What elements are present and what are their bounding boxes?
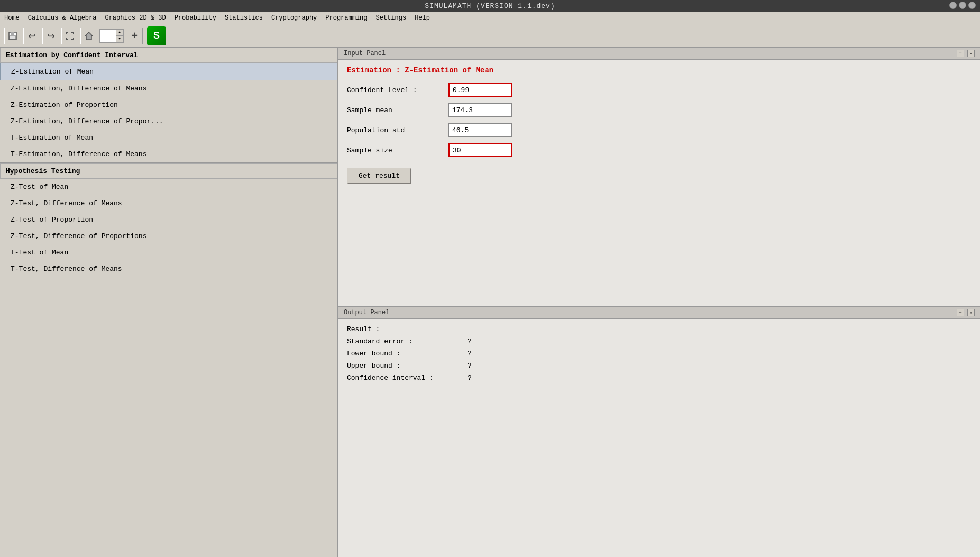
app-title: SIMULAMATH (VERSION 1.1.dev) <box>425 2 555 10</box>
close-button[interactable] <box>968 2 976 9</box>
title-bar: SIMULAMATH (VERSION 1.1.dev) <box>0 0 980 12</box>
confident-level-input[interactable] <box>448 83 512 97</box>
estimation-item-z-diff-proportion[interactable]: Z-Estimation, Difference of Propor... <box>0 113 337 130</box>
estimation-item-z-proportion[interactable]: Z-Estimation of Proportion <box>0 97 337 113</box>
hypothesis-item-z-test-diff-proportions[interactable]: Z-Test, Difference of Proportions <box>0 228 337 244</box>
confidence-interval-value: ? <box>468 374 472 382</box>
estimation-item-t-diff-means[interactable]: T-Estimation, Difference of Means <box>0 146 337 162</box>
home-toolbar-button[interactable] <box>80 28 97 44</box>
confidence-interval-label: Confidence interval : <box>347 374 463 382</box>
svg-rect-1 <box>11 32 14 35</box>
svg-rect-2 <box>10 36 16 39</box>
page-number-field[interactable]: 3 <box>100 30 116 42</box>
menu-calculus[interactable]: Calculus & Algebra <box>28 14 97 22</box>
input-panel-minimize[interactable]: − <box>957 50 964 57</box>
sample-mean-input[interactable] <box>448 103 512 117</box>
estimation-type-title: Estimation : Z-Estimation of Mean <box>347 66 972 75</box>
upper-bound-row: Upper bound : ? <box>347 362 972 370</box>
save-button[interactable] <box>4 28 21 44</box>
result-row: Result : <box>347 325 972 333</box>
menu-bar: Home Calculus & Algebra Graphics 2D & 3D… <box>0 12 980 24</box>
toolbar: ↩ ↪ 3 ▲ ▼ + S <box>0 24 980 48</box>
minimize-button[interactable] <box>949 2 957 9</box>
main-content: Estimation by Confident Interval Z-Estim… <box>0 48 980 557</box>
menu-probability[interactable]: Probability <box>175 14 216 22</box>
menu-cryptography[interactable]: Cryptography <box>271 14 317 22</box>
page-number-up[interactable]: ▲ <box>116 30 123 36</box>
menu-graphics[interactable]: Graphics 2D & 3D <box>105 14 166 22</box>
get-result-button[interactable]: Get result <box>347 168 411 184</box>
estimation-item-z-diff-means[interactable]: Z-Estimation, Difference of Means <box>0 80 337 97</box>
output-panel-content: Result : Standard error : ? Lower bound … <box>338 319 980 392</box>
input-panel-title: Input Panel <box>344 50 386 57</box>
confident-level-label: Confident Level : <box>347 86 442 94</box>
population-std-row: Population std <box>347 123 972 137</box>
hypothesis-item-z-test-mean[interactable]: Z-Test of Mean <box>0 179 337 195</box>
sample-size-row: Sample size <box>347 143 972 157</box>
sample-size-input[interactable] <box>448 143 512 157</box>
page-number-arrows: ▲ ▼ <box>116 30 123 42</box>
population-std-input[interactable] <box>448 123 512 137</box>
page-number-down[interactable]: ▼ <box>116 36 123 42</box>
menu-help[interactable]: Help <box>415 14 430 22</box>
page-number-input: 3 ▲ ▼ <box>99 29 124 43</box>
input-panel-titlebar: Input Panel − ✕ <box>338 48 980 60</box>
app-icon: S <box>147 26 166 45</box>
input-panel-content: Estimation : Z-Estimation of Mean Confid… <box>338 60 980 190</box>
estimation-section: Estimation by Confident Interval Z-Estim… <box>0 48 337 163</box>
output-panel-titlebar: Output Panel − ✕ <box>338 307 980 319</box>
standard-error-label: Standard error : <box>347 337 463 345</box>
undo-button[interactable]: ↩ <box>23 28 40 44</box>
fit-button[interactable] <box>61 28 78 44</box>
hypothesis-item-t-test-diff-means[interactable]: T-Test, Difference of Means <box>0 261 337 277</box>
population-std-label: Population std <box>347 126 442 134</box>
input-panel-controls: − ✕ <box>957 50 975 57</box>
hypothesis-item-t-test-mean[interactable]: T-Test of Mean <box>0 244 337 261</box>
result-label: Result : <box>347 325 463 333</box>
output-panel-title: Output Panel <box>344 309 389 316</box>
menu-programming[interactable]: Programming <box>325 14 367 22</box>
output-panel-minimize[interactable]: − <box>957 309 964 316</box>
input-panel-close[interactable]: ✕ <box>967 50 975 57</box>
hypothesis-section: Hypothesis Testing Z-Test of Mean Z-Test… <box>0 163 337 557</box>
add-button[interactable]: + <box>126 28 143 44</box>
menu-statistics[interactable]: Statistics <box>225 14 263 22</box>
standard-error-value: ? <box>468 337 472 345</box>
maximize-button[interactable] <box>959 2 966 9</box>
lower-bound-row: Lower bound : ? <box>347 350 972 358</box>
lower-bound-label: Lower bound : <box>347 350 463 358</box>
right-panel: Input Panel − ✕ Estimation : Z-Estimatio… <box>338 48 980 557</box>
input-panel: Input Panel − ✕ Estimation : Z-Estimatio… <box>338 48 980 307</box>
sample-size-label: Sample size <box>347 147 442 154</box>
lower-bound-value: ? <box>468 350 472 358</box>
confident-level-row: Confident Level : <box>347 83 972 97</box>
standard-error-row: Standard error : ? <box>347 337 972 345</box>
estimation-item-t-mean[interactable]: T-Estimation of Mean <box>0 130 337 146</box>
hypothesis-item-z-test-diff-means[interactable]: Z-Test, Difference of Means <box>0 195 337 212</box>
window-controls <box>949 2 976 9</box>
menu-home[interactable]: Home <box>4 14 20 22</box>
upper-bound-label: Upper bound : <box>347 362 463 370</box>
output-panel: Output Panel − ✕ Result : Standard error… <box>338 307 980 557</box>
output-panel-controls: − ✕ <box>957 309 975 316</box>
menu-settings[interactable]: Settings <box>376 14 407 22</box>
left-panel: Estimation by Confident Interval Z-Estim… <box>0 48 338 557</box>
sample-mean-row: Sample mean <box>347 103 972 117</box>
redo-button[interactable]: ↪ <box>42 28 59 44</box>
hypothesis-item-z-test-proportion[interactable]: Z-Test of Proportion <box>0 212 337 228</box>
svg-marker-3 <box>85 32 93 40</box>
output-panel-close[interactable]: ✕ <box>967 309 975 316</box>
upper-bound-value: ? <box>468 362 472 370</box>
sample-mean-label: Sample mean <box>347 106 442 114</box>
confidence-interval-row: Confidence interval : ? <box>347 374 972 382</box>
hypothesis-header: Hypothesis Testing <box>0 163 337 179</box>
estimation-header: Estimation by Confident Interval <box>0 48 337 63</box>
estimation-item-z-mean[interactable]: Z-Estimation of Mean <box>0 63 337 80</box>
